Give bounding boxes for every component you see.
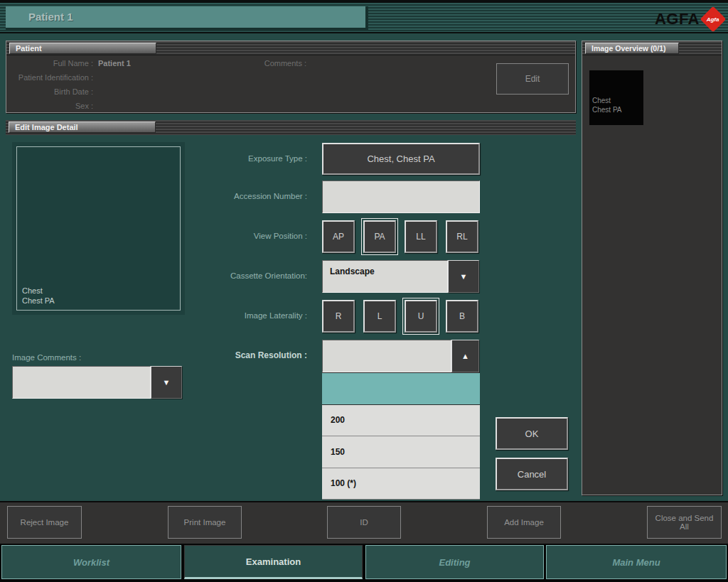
cassette-orientation-value[interactable]: Landscape (322, 260, 448, 293)
window-title: Patient 1 (6, 6, 368, 30)
image-comments-dropdown-button[interactable]: ▼ (151, 366, 182, 399)
scan-resolution-option[interactable]: 200 (322, 405, 480, 437)
view-position-label: View Position : (179, 232, 307, 240)
exposure-type-button[interactable]: Chest, Chest PA (322, 143, 480, 175)
edit-patient-button[interactable]: Edit (496, 63, 569, 95)
image-comments-value[interactable] (12, 366, 151, 399)
scan-resolution-dropdown-button[interactable]: ▲ (451, 340, 479, 372)
ok-button[interactable]: OK (496, 417, 568, 450)
tab-bar: Worklist Examination Editing Main Menu (0, 544, 728, 582)
scan-resolution-option[interactable]: 150 (322, 436, 480, 468)
tab-examination[interactable]: Examination (184, 545, 363, 579)
image-overview-panel: Image Overview (0/1) Chest Chest PA (582, 41, 722, 495)
laterality-b-button[interactable]: B (446, 300, 478, 333)
tab-editing[interactable]: Editing (365, 545, 544, 579)
full-name-value: Patient 1 (98, 59, 240, 68)
action-bar: Reject Image Print Image ID Add Image Cl… (0, 501, 728, 544)
edit-image-detail-header: Edit Image Detail (6, 120, 576, 135)
view-position-ll-button[interactable]: LL (405, 220, 437, 253)
accession-number-input[interactable] (322, 180, 480, 213)
patient-comments-row: Comments : (241, 59, 454, 69)
image-preview: Chest Chest PA (12, 142, 185, 315)
patient-panel: Patient Full Name : Patient 1 Patient Id… (6, 41, 576, 113)
tab-worklist[interactable]: Worklist (1, 545, 181, 579)
add-image-button[interactable]: Add Image (487, 506, 561, 539)
view-position-rl-button[interactable]: RL (446, 220, 478, 253)
chevron-up-icon: ▲ (461, 352, 469, 360)
image-preview-caption: Chest Chest PA (22, 286, 55, 306)
agfa-diamond-icon: Agfa (700, 6, 727, 33)
comments-label: Comments : (241, 59, 306, 68)
scan-resolution-option[interactable] (322, 373, 480, 405)
full-name-label: Full Name : (6, 59, 93, 68)
patient-name-title: Patient 1 (28, 11, 73, 23)
screen: Patient 1 AGFA Agfa Patient Full Name : … (0, 0, 728, 582)
image-preview-frame: Chest Chest PA (16, 146, 181, 311)
chevron-down-icon: ▼ (460, 272, 468, 281)
patient-field-row: Sex : (6, 102, 291, 112)
id-button[interactable]: ID (327, 506, 401, 539)
image-laterality-label: Image Laterality : (179, 311, 307, 320)
chevron-down-icon: ▼ (163, 378, 171, 387)
patient-panel-title: Patient (9, 43, 156, 54)
print-image-button[interactable]: Print Image (168, 506, 242, 539)
image-thumbnail[interactable]: Chest Chest PA (589, 70, 643, 125)
scan-resolution-value[interactable] (322, 340, 451, 372)
close-and-send-all-button[interactable]: Close and Send All (647, 506, 722, 539)
sex-label: Sex : (6, 102, 93, 110)
thumbnail-caption: Chest Chest PA (592, 96, 622, 114)
view-position-ap-button[interactable]: AP (322, 220, 355, 253)
exposure-type-label: Exposure Type : (179, 154, 307, 163)
patient-field-row: Patient Identification : (6, 73, 291, 83)
cassette-orientation-label: Cassette Orientation: (179, 271, 307, 280)
laterality-l-button[interactable]: L (363, 300, 396, 333)
cassette-orientation-dropdown-button[interactable]: ▼ (448, 260, 479, 293)
laterality-r-button[interactable]: R (322, 300, 355, 333)
reject-image-button[interactable]: Reject Image (7, 506, 82, 539)
view-position-pa-button[interactable]: PA (363, 220, 396, 253)
patient-panel-header: Patient (6, 41, 575, 55)
accession-number-label: Accession Number : (179, 192, 307, 200)
image-overview-title: Image Overview (0/1) (585, 43, 679, 54)
scan-resolution-option[interactable]: 100 (*) (322, 468, 480, 500)
scan-resolution-label: Scan Resolution : (179, 350, 307, 360)
image-comments-label: Image Comments : (12, 353, 81, 362)
image-overview-header: Image Overview (0/1) (582, 41, 722, 55)
title-bar: Patient 1 AGFA Agfa (0, 0, 728, 33)
birth-date-label: Birth Date : (6, 87, 93, 96)
agfa-logo-text: AGFA (655, 10, 700, 28)
tab-main-menu[interactable]: Main Menu (546, 545, 727, 579)
scan-resolution-dropdown-list: 200 150 100 (*) (322, 372, 480, 500)
edit-image-detail-title: Edit Image Detail (9, 122, 156, 133)
patient-id-label: Patient Identification : (6, 73, 93, 82)
patient-field-row: Birth Date : (6, 87, 291, 97)
cancel-button[interactable]: Cancel (496, 458, 568, 490)
laterality-u-button[interactable]: U (405, 300, 437, 333)
